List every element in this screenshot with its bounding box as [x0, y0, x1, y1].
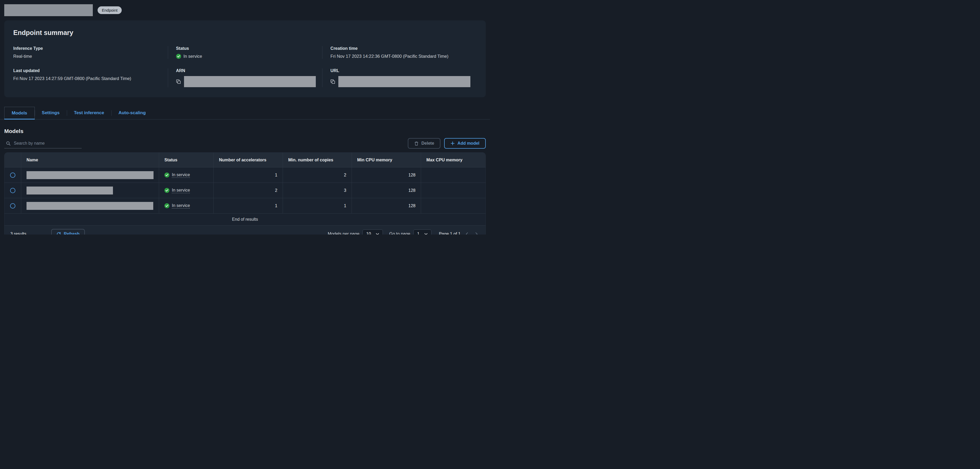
tab-models[interactable]: Models: [4, 107, 35, 119]
table-row: In service 1 2 128: [5, 167, 485, 182]
endpoint-type-badge: Endpoint: [97, 6, 122, 14]
model-name-redacted: [27, 202, 153, 210]
page-header: Endpoint: [0, 0, 490, 21]
chevron-down-icon: [424, 233, 428, 235]
model-status-link[interactable]: In service: [172, 173, 190, 178]
tab-models-label: Models: [12, 111, 27, 116]
status-success-icon: [164, 188, 169, 193]
model-name-redacted: [27, 171, 154, 179]
creation-time-field: Creation time Fri Nov 17 2023 14:22:36 G…: [322, 46, 477, 59]
status-success-icon: [176, 54, 181, 59]
max-cpu-value: [421, 183, 485, 198]
tab-settings-label: Settings: [42, 110, 60, 115]
row-select-radio[interactable]: [10, 173, 15, 178]
trash-icon: [414, 141, 419, 146]
refresh-button[interactable]: Refresh: [51, 229, 85, 234]
tab-settings[interactable]: Settings: [35, 107, 67, 119]
add-model-button[interactable]: Add model: [444, 138, 486, 149]
endpoint-summary-title: Endpoint summary: [13, 29, 477, 36]
column-header-min-copies[interactable]: Min. number of copies: [283, 153, 352, 167]
model-status-link[interactable]: In service: [172, 203, 190, 209]
column-header-name[interactable]: Name: [21, 153, 159, 167]
min-cpu-value: 128: [352, 198, 421, 213]
model-status-link[interactable]: In service: [172, 188, 190, 193]
inference-type-label: Inference Type: [13, 46, 168, 51]
min-copies-value: 3: [283, 183, 352, 198]
url-value-redacted: [338, 76, 470, 87]
url-field: URL: [322, 68, 477, 87]
table-row: In service 2 3 128: [5, 182, 485, 198]
url-label: URL: [330, 68, 477, 73]
endpoint-summary-card: Endpoint summary Inference Type Real-tim…: [4, 21, 486, 97]
table-row: In service 1 1 128: [5, 198, 485, 213]
page-indicator: Page 1 of 1: [439, 231, 461, 234]
arn-label: ARN: [176, 68, 323, 73]
models-per-page-select[interactable]: 10: [363, 230, 383, 234]
delete-button[interactable]: Delete: [408, 138, 441, 149]
refresh-button-label: Refresh: [64, 231, 80, 234]
chevron-left-icon: [466, 232, 468, 235]
arn-copy-button[interactable]: [176, 79, 181, 84]
min-copies-value: 2: [283, 168, 352, 182]
status-value: In service: [183, 54, 202, 59]
tab-test-inference-label: Test inference: [74, 110, 104, 115]
row-select-radio[interactable]: [10, 203, 15, 209]
last-updated-field: Last updated Fri Nov 17 2023 14:27:59 GM…: [13, 68, 168, 87]
max-cpu-value: [421, 168, 485, 182]
models-section-title: Models: [4, 128, 486, 134]
status-success-icon: [164, 173, 169, 177]
status-field: Status In service: [168, 46, 323, 59]
model-name-redacted: [27, 187, 113, 195]
tab-test-inference[interactable]: Test inference: [67, 107, 111, 119]
arn-field: ARN: [168, 68, 323, 87]
tab-strip: Models Settings Test inference Auto-scal…: [0, 107, 490, 119]
next-page-button[interactable]: [473, 231, 480, 235]
status-label: Status: [176, 46, 323, 51]
status-success-icon: [164, 203, 169, 208]
endpoint-summary-grid: Inference Type Real-time Status In servi…: [13, 46, 477, 87]
arn-value-redacted: [184, 76, 316, 87]
models-table: Name Status Number of accelerators Min. …: [4, 152, 486, 234]
model-search-input[interactable]: [13, 141, 80, 146]
inference-type-field: Inference Type Real-time: [13, 46, 168, 59]
end-of-results: End of results: [5, 213, 485, 225]
refresh-icon: [56, 232, 61, 235]
row-select-radio[interactable]: [10, 188, 15, 193]
plus-icon: [450, 141, 455, 146]
go-to-page-select[interactable]: 1: [414, 230, 431, 234]
delete-button-label: Delete: [421, 141, 434, 146]
min-copies-value: 1: [283, 198, 352, 213]
go-to-page-label: Go to page: [389, 231, 410, 234]
max-cpu-value: [421, 198, 485, 213]
accelerators-value: 1: [213, 168, 283, 182]
endpoint-name-redacted: [4, 4, 93, 16]
go-to-page-value: 1: [417, 231, 420, 234]
select-all-column: [5, 153, 21, 167]
search-icon: [6, 141, 11, 146]
models-per-page-value: 10: [366, 231, 371, 234]
add-model-button-label: Add model: [457, 141, 479, 146]
accelerators-value: 2: [213, 183, 283, 198]
table-footer: 3 results Refresh Models per page 10 Go …: [5, 225, 485, 234]
models-per-page-label: Models per page: [328, 231, 359, 234]
url-copy-button[interactable]: [330, 79, 335, 84]
creation-time-value: Fri Nov 17 2023 14:22:36 GMT-0800 (Pacif…: [330, 54, 477, 59]
min-cpu-value: 128: [352, 183, 421, 198]
min-cpu-value: 128: [352, 168, 421, 182]
accelerators-value: 1: [213, 198, 283, 213]
chevron-right-icon: [475, 232, 478, 235]
column-header-min-cpu[interactable]: Min CPU memory: [352, 153, 421, 167]
copy-icon: [330, 79, 335, 84]
creation-time-label: Creation time: [330, 46, 477, 51]
table-header-row: Name Status Number of accelerators Min. …: [5, 153, 485, 167]
model-search-box[interactable]: [4, 139, 82, 148]
tab-auto-scaling-label: Auto-scaling: [119, 110, 146, 115]
copy-icon: [176, 79, 181, 84]
column-header-accelerators[interactable]: Number of accelerators: [213, 153, 283, 167]
column-header-max-cpu[interactable]: Max CPU memory: [421, 153, 485, 167]
prev-page-button[interactable]: [464, 231, 470, 235]
tab-auto-scaling[interactable]: Auto-scaling: [111, 107, 153, 119]
column-header-status[interactable]: Status: [159, 153, 213, 167]
inference-type-value: Real-time: [13, 54, 168, 59]
last-updated-value: Fri Nov 17 2023 14:27:59 GMT-0800 (Pacif…: [13, 76, 168, 81]
